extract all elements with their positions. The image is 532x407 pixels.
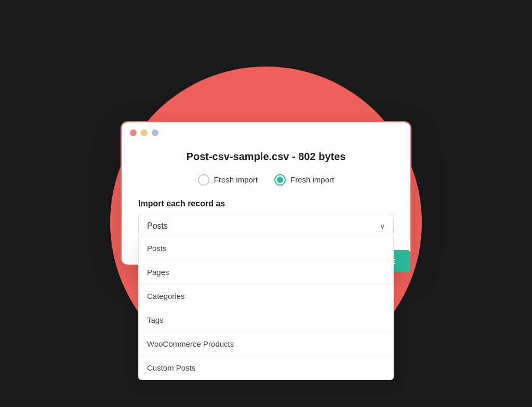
dropdown-area: Posts ∨ Posts Pages Categories Tags (138, 215, 394, 238)
radio-label-1: Fresh import (214, 175, 258, 184)
dropdown-item-categories[interactable]: Categories (139, 284, 393, 308)
radio-group: Fresh import Fresh import (138, 174, 394, 186)
chevron-down-icon: ∨ (380, 222, 385, 230)
dropdown-menu: Posts Pages Categories Tags WooCommerce … (138, 237, 394, 380)
radio-option-selected[interactable]: Fresh import (274, 174, 334, 186)
window-content: Post-csv-sample.csv - 802 bytes Fresh im… (122, 141, 410, 265)
dropdown-item-posts[interactable]: Posts (139, 237, 393, 260)
dropdown-item-tags[interactable]: Tags (139, 308, 393, 332)
record-type-select[interactable]: Posts ∨ (138, 215, 394, 238)
import-section-label: Import each record as (138, 199, 394, 208)
titlebar (122, 122, 410, 141)
dropdown-item-custom-posts[interactable]: Custom Posts (139, 356, 393, 379)
scene: Post-csv-sample.csv - 802 bytes Fresh im… (53, 17, 479, 391)
close-dot[interactable] (130, 129, 137, 136)
select-value: Posts (147, 221, 168, 231)
dropdown-item-woocommerce[interactable]: WooCommerce Products (139, 332, 393, 356)
minimize-dot[interactable] (141, 129, 148, 136)
radio-option-unselected[interactable]: Fresh import (198, 174, 258, 186)
radio-circle-unselected[interactable] (198, 174, 209, 186)
dropdown-item-pages[interactable]: Pages (139, 260, 393, 284)
expand-dot[interactable] (152, 129, 158, 136)
radio-label-2: Fresh import (290, 175, 334, 184)
app-window: Post-csv-sample.csv - 802 bytes Fresh im… (121, 121, 411, 266)
file-title: Post-csv-sample.csv - 802 bytes (138, 151, 394, 163)
radio-circle-selected[interactable] (274, 174, 286, 186)
